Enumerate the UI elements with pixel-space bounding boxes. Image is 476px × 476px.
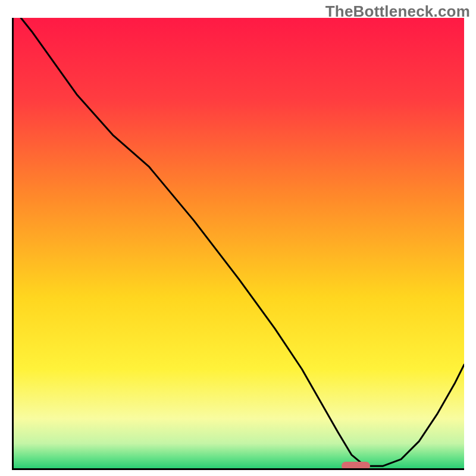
curve-layer <box>14 18 464 468</box>
bottleneck-curve <box>14 18 464 466</box>
plot-area <box>12 18 464 470</box>
optimum-marker <box>342 462 370 470</box>
watermark-text: TheBottleneck.com <box>325 2 470 21</box>
